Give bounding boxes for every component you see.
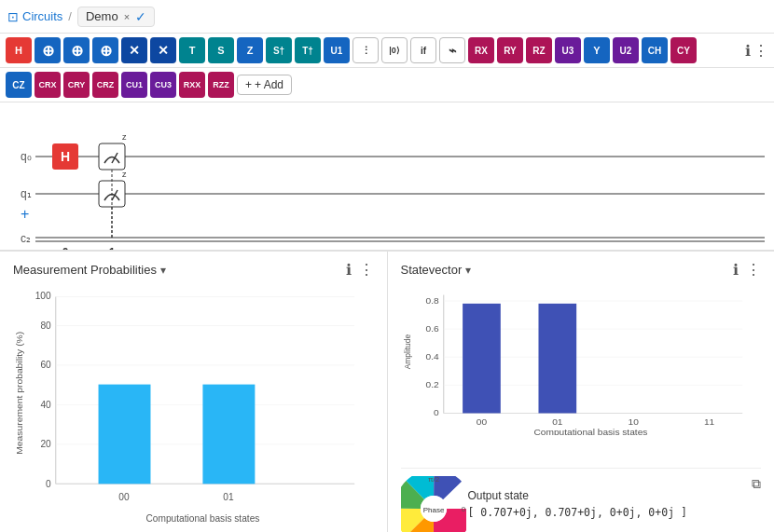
crx-gate-btn[interactable]: CRX — [35, 72, 61, 98]
svg-text:0.8: 0.8 — [425, 295, 439, 306]
svg-text:0: 0 — [434, 408, 439, 418]
z-gate-btn[interactable]: Z — [237, 37, 263, 63]
measure-z-label-q0: z — [122, 132, 127, 142]
add-qubit-btn[interactable]: + — [21, 206, 29, 222]
phase-wheel: Phase π/2 0 3π/2 — [401, 476, 457, 532]
y-gate-btn[interactable]: Y — [584, 37, 610, 63]
statevector-panel-header: Statevector ▾ ℹ ⋮ — [401, 261, 762, 279]
if-gate-btn[interactable]: if — [410, 37, 436, 63]
swap-gate-btn[interactable]: ✕ — [121, 37, 147, 63]
h-gate-col0-label: H — [61, 149, 70, 164]
q0-label: q₀ — [21, 150, 32, 163]
svg-text:11: 11 — [703, 416, 713, 427]
circuits-label[interactable]: Circuits — [22, 9, 62, 23]
c2-label: c₂ — [21, 232, 31, 245]
measurement-info-icon[interactable]: ℹ — [346, 261, 352, 279]
breadcrumb-sep: / — [68, 9, 72, 23]
sv-bottom: Phase π/2 0 3π/2 Output state [ 0.707+0j… — [401, 468, 762, 532]
s-gate-btn[interactable]: S — [208, 37, 234, 63]
sdg-gate-btn[interactable]: S† — [266, 37, 292, 63]
measurement-panel-actions: ℹ ⋮ — [346, 261, 374, 279]
phase-center-label: Phase — [422, 506, 444, 514]
measurement-more-icon[interactable]: ⋮ — [359, 261, 374, 279]
measurement-chart-svg: 0 20 40 60 80 100 00 01 — [13, 286, 374, 532]
y-axis-title: Measurement probability (%) — [15, 332, 24, 455]
rzz-gate-btn[interactable]: RZZ — [208, 72, 234, 98]
svg-text:01: 01 — [552, 416, 562, 427]
bar-00 — [99, 385, 151, 484]
t-gate-btn[interactable]: T — [179, 37, 205, 63]
x-label-00: 00 — [118, 490, 129, 502]
gate-toolbar-row2: CZ CRX CRY CRZ CU1 CU3 RXX RZZ + + Add — [0, 68, 774, 102]
measure-wire-btn[interactable]: ⌁ — [439, 37, 465, 63]
rx-gate-btn[interactable]: RX — [468, 37, 494, 63]
x-gate-btn[interactable]: ⊕ — [35, 37, 61, 63]
x-axis-title: Computational basis states — [145, 512, 259, 524]
ch-gate-btn[interactable]: CH — [642, 37, 668, 63]
sv-bar-01 — [538, 304, 576, 414]
u1-gate-btn[interactable]: U1 — [324, 37, 350, 63]
statevector-more-icon[interactable]: ⋮ — [746, 261, 761, 279]
info-icon[interactable]: ℹ — [745, 42, 751, 60]
statevector-chart-svg: 0 0.2 0.4 0.6 0.8 00 — [401, 286, 762, 435]
init-gate-btn[interactable]: |0⟩ — [381, 37, 408, 63]
statevector-panel: Statevector ▾ ℹ ⋮ 0 0.2 0.4 0.6 0.8 — [388, 252, 775, 532]
phase-top-label: π/2 — [427, 476, 439, 484]
close-tab-btn[interactable]: × — [124, 11, 130, 22]
tdg-gate-btn[interactable]: T† — [295, 37, 321, 63]
svg-text:40: 40 — [40, 398, 50, 410]
cy-gate-btn[interactable]: CY — [670, 37, 697, 63]
svg-text:Amplitude: Amplitude — [402, 334, 411, 370]
circuits-icon: ⊡ — [7, 9, 19, 24]
cz-gate-btn[interactable]: CZ — [6, 72, 32, 98]
measurement-chevron-icon[interactable]: ▾ — [160, 264, 166, 277]
statevector-info-icon[interactable]: ℹ — [733, 261, 739, 279]
cx-gate-btn[interactable]: ⊕ — [63, 37, 90, 63]
x-label-01: 01 — [223, 490, 233, 502]
sv-bar-00 — [463, 304, 501, 414]
ry-gate-btn[interactable]: RY — [497, 37, 523, 63]
measurement-title-group: Measurement Probabilities ▾ — [13, 263, 166, 277]
cry-gate-btn[interactable]: CRY — [63, 72, 90, 98]
output-state-value: [ 0.707+0j, 0.707+0j, 0+0j, 0+0j ] — [468, 506, 741, 519]
tab-name: Demo — [86, 9, 118, 23]
ccx-gate-btn[interactable]: ⊕ — [92, 37, 118, 63]
output-state-box: Output state [ 0.707+0j, 0.707+0j, 0+0j,… — [468, 489, 741, 519]
svg-text:60: 60 — [40, 359, 50, 371]
col-0-label: 0 — [62, 246, 69, 252]
measurement-panel-header: Measurement Probabilities ▾ ℹ ⋮ — [13, 261, 374, 279]
svg-text:10: 10 — [628, 416, 639, 427]
cswap-gate-btn[interactable]: ✕ — [150, 37, 176, 63]
rz-gate-btn[interactable]: RZ — [526, 37, 552, 63]
add-icon: + — [245, 78, 252, 91]
statevector-chevron-icon[interactable]: ▾ — [465, 264, 471, 277]
gate-toolbar-row1: H ⊕ ⊕ ⊕ ✕ ✕ T S Z S† T† U1 ⋮ |0⟩ if ⌁ RX… — [0, 34, 774, 68]
more-gates-btn[interactable]: ⋮ — [352, 37, 379, 63]
tab-demo[interactable]: Demo × ✓ — [77, 7, 155, 27]
phase-right-label: 0 — [461, 505, 465, 513]
statevector-chart-container: 0 0.2 0.4 0.6 0.8 00 — [401, 286, 762, 464]
top-bar: ⊡ Circuits / Demo × ✓ — [0, 0, 774, 34]
svg-text:80: 80 — [40, 319, 50, 331]
u3-gate-btn[interactable]: U3 — [555, 37, 581, 63]
bar-01 — [202, 385, 255, 484]
svg-text:0: 0 — [46, 477, 51, 489]
add-label: + Add — [255, 78, 283, 91]
bottom-panels: Measurement Probabilities ▾ ℹ ⋮ 0 20 40 … — [0, 252, 774, 532]
u2-gate-btn[interactable]: U2 — [613, 37, 639, 63]
svg-text:0.6: 0.6 — [425, 323, 439, 334]
toolbar-more-icon[interactable]: ⋮ — [753, 42, 768, 60]
statevector-panel-actions: ℹ ⋮ — [733, 261, 761, 279]
rxx-gate-btn[interactable]: RXX — [179, 72, 205, 98]
q1-label: q₁ — [21, 187, 32, 200]
measure-z-label-q1: z — [122, 170, 127, 179]
add-gate-btn[interactable]: + + Add — [237, 75, 292, 95]
col-1-label: 1 — [109, 246, 116, 252]
cu1-gate-btn[interactable]: CU1 — [121, 72, 147, 98]
circuit-svg: q₀ q₁ + c₂ H z z 0 1 — [0, 112, 774, 252]
crz-gate-btn[interactable]: CRZ — [92, 72, 118, 98]
tab-check-icon: ✓ — [135, 9, 146, 24]
copy-output-btn[interactable]: ⧉ — [752, 476, 761, 492]
cu3-gate-btn[interactable]: CU3 — [150, 72, 176, 98]
h-gate-btn[interactable]: H — [6, 37, 32, 63]
